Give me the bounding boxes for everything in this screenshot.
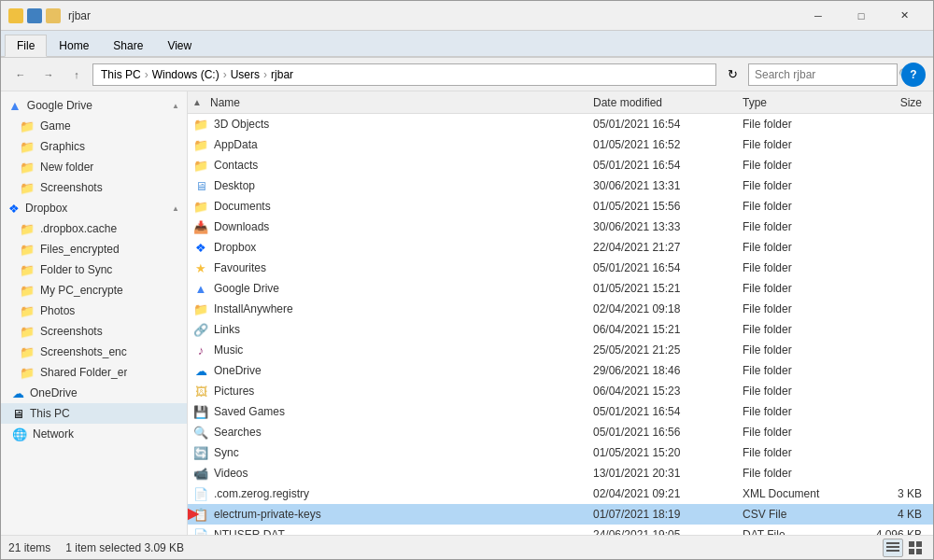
sidebar-item-screenshots-gd[interactable]: 📁 Screenshots	[1, 177, 187, 198]
sidebar-item-files-encrypted[interactable]: 📁 Files_encrypted	[1, 239, 187, 259]
table-row[interactable]: ❖ Dropbox 22/04/2021 21:27 File folder	[188, 237, 933, 258]
close-button[interactable]: ✕	[883, 1, 926, 31]
back-button[interactable]: ←	[8, 63, 33, 86]
file-type: File folder	[743, 385, 855, 398]
table-row[interactable]: 📄 NTUSER.DAT 24/06/2021 19:05 DAT File 4…	[188, 525, 933, 535]
file-modified: 05/01/2021 16:56	[593, 426, 743, 439]
table-row[interactable]: 🔗 Links 06/04/2021 15:21 File folder	[188, 319, 933, 340]
folder-icon: 📁	[20, 345, 35, 359]
sidebar-item-graphics[interactable]: 📁 Graphics	[1, 136, 187, 157]
svg-rect-3	[886, 546, 899, 548]
sidebar-item-my-pc-encrypted[interactable]: 📁 My PC_encrypte	[1, 280, 187, 301]
titlebar-icons	[8, 8, 61, 23]
table-row[interactable]: 📁 InstallAnywhere 02/04/2021 09:18 File …	[188, 299, 933, 319]
search-box[interactable]: 🔍	[748, 63, 898, 86]
table-row[interactable]: 🔄 Sync 01/05/2021 15:20 File folder	[188, 442, 933, 463]
table-row[interactable]: 💾 Saved Games 05/01/2021 16:54 File fold…	[188, 401, 933, 422]
file-modified: 05/01/2021 16:54	[593, 118, 743, 131]
view-controls	[883, 539, 926, 557]
sidebar-item-photos[interactable]: 📁 Photos	[1, 301, 187, 321]
table-row[interactable]: ▲ Google Drive 01/05/2021 15:21 File fol…	[188, 278, 933, 299]
quick-access-icon-3	[46, 8, 61, 23]
file-name: Saved Games	[210, 405, 593, 418]
file-type: File folder	[743, 200, 855, 213]
table-row[interactable]: 📄 .com.zerog.registry 02/04/2021 09:21 X…	[188, 483, 933, 504]
file-type: File folder	[743, 179, 855, 192]
file-modified: 01/05/2021 15:56	[593, 200, 743, 213]
sidebar-item-new-folder[interactable]: 📁 New folder	[1, 157, 187, 177]
path-segment-drive: Windows (C:)	[152, 68, 219, 81]
col-header-size[interactable]: Size	[855, 96, 929, 109]
help-button[interactable]: ?	[901, 63, 926, 87]
maximize-button[interactable]: □	[840, 1, 883, 31]
forward-button[interactable]: →	[36, 63, 61, 86]
file-type: File folder	[743, 282, 855, 295]
table-row[interactable]: 📁 AppData 01/05/2021 16:52 File folder	[188, 134, 933, 155]
table-row[interactable]: 📋 electrum-private-keys 01/07/2021 18:19…	[188, 504, 933, 525]
tab-share[interactable]: Share	[101, 35, 155, 56]
network-icon: 🌐	[12, 427, 27, 441]
sidebar-item-game[interactable]: 📁 Game	[1, 116, 187, 136]
window: rjbar ─ □ ✕ File Home Share View ← → ↑ T…	[0, 0, 934, 560]
table-row[interactable]: 📹 Videos 13/01/2021 20:31 File folder	[188, 463, 933, 483]
file-modified: 05/01/2021 16:54	[593, 261, 743, 274]
sidebar-item-dropbox-cache[interactable]: 📁 .dropbox.cache	[1, 218, 187, 239]
sidebar-item-screenshots-enc[interactable]: 📁 Screenshots_enc	[1, 342, 187, 362]
file-name: Pictures	[210, 385, 593, 398]
col-header-type[interactable]: Type	[743, 96, 855, 109]
tab-home[interactable]: Home	[47, 35, 101, 56]
tab-file[interactable]: File	[5, 35, 47, 57]
details-view-button[interactable]	[883, 539, 903, 557]
folder-icon: 📁	[20, 119, 35, 133]
minimize-button[interactable]: ─	[797, 1, 840, 31]
large-icons-view-button[interactable]	[905, 539, 926, 557]
svg-rect-4	[886, 550, 899, 552]
file-list: 📁 3D Objects 05/01/2021 16:54 File folde…	[188, 114, 933, 535]
file-modified: 06/04/2021 15:23	[593, 385, 743, 398]
file-type: File folder	[743, 241, 855, 254]
table-row[interactable]: 📥 Downloads 30/06/2021 13:33 File folder	[188, 217, 933, 237]
table-row[interactable]: ♪ Music 25/05/2021 21:25 File folder	[188, 340, 933, 360]
table-row[interactable]: 🔍 Searches 05/01/2021 16:56 File folder	[188, 422, 933, 442]
col-header-name[interactable]: Name	[203, 96, 593, 109]
sidebar-item-network[interactable]: 🌐 Network	[1, 424, 187, 444]
col-header-modified[interactable]: Date modified	[593, 96, 743, 109]
table-row[interactable]: 🖥 Desktop 30/06/2021 13:31 File folder	[188, 175, 933, 196]
file-modified: 30/06/2021 13:33	[593, 220, 743, 233]
file-name: Dropbox	[210, 241, 593, 254]
file-type: File folder	[743, 220, 855, 233]
file-name: Links	[210, 323, 593, 336]
up-button[interactable]: ↑	[64, 63, 89, 86]
file-type: File folder	[743, 467, 855, 480]
table-row[interactable]: 🖼 Pictures 06/04/2021 15:23 File folder	[188, 381, 933, 401]
sidebar-item-this-pc[interactable]: 🖥 This PC	[1, 403, 187, 424]
sidebar-item-onedrive[interactable]: ☁ OneDrive	[1, 383, 187, 403]
table-row[interactable]: 📁 3D Objects 05/01/2021 16:54 File folde…	[188, 114, 933, 134]
sidebar-item-google-drive[interactable]: ▲ Google Drive ▲	[1, 95, 187, 116]
sidebar-item-screenshots-db[interactable]: 📁 Screenshots	[1, 321, 187, 342]
sidebar-item-dropbox[interactable]: ❖ Dropbox ▲	[1, 198, 187, 218]
onedrive-icon: ☁	[12, 386, 24, 400]
table-row[interactable]: ★ Favourites 05/01/2021 16:54 File folde…	[188, 258, 933, 278]
tab-view[interactable]: View	[155, 35, 204, 56]
table-row[interactable]: ☁ OneDrive 29/06/2021 18:46 File folder	[188, 360, 933, 381]
file-type: CSV File	[743, 508, 855, 521]
refresh-button[interactable]: ↻	[720, 63, 744, 86]
sort-indicator: ▲	[191, 97, 203, 107]
sidebar-item-shared-folder[interactable]: 📁 Shared Folder_er	[1, 362, 187, 383]
file-icon: ♪	[191, 341, 210, 359]
large-icons-view-icon	[909, 541, 922, 554]
sidebar-item-folder-to-sync[interactable]: 📁 Folder to Sync	[1, 259, 187, 280]
file-icon: 🖼	[191, 382, 210, 400]
main-content: ▲ Google Drive ▲ 📁 Game 📁 Graphics 📁 New…	[1, 91, 933, 535]
table-row[interactable]: 📁 Contacts 05/01/2021 16:54 File folder	[188, 155, 933, 175]
status-bar: 21 items 1 item selected 3.09 KB	[1, 535, 933, 559]
address-path[interactable]: This PC › Windows (C:) › Users › rjbar	[92, 63, 716, 86]
table-row[interactable]: 📁 Documents 01/05/2021 15:56 File folder	[188, 196, 933, 217]
search-input[interactable]	[755, 68, 895, 81]
file-type: File folder	[743, 405, 855, 418]
file-modified: 01/07/2021 18:19	[593, 508, 743, 521]
file-icon: ❖	[191, 238, 210, 257]
file-modified: 05/01/2021 16:54	[593, 405, 743, 418]
folder-icon: 📁	[20, 304, 35, 318]
